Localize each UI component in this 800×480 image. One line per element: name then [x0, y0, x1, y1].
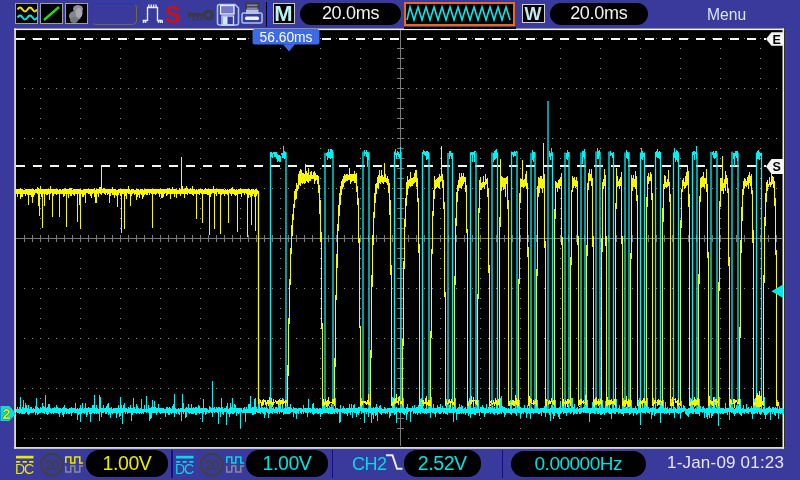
- svg-text:20: 20: [45, 456, 60, 472]
- svg-text:20: 20: [205, 456, 220, 472]
- svg-text:56.60ms: 56.60ms: [260, 30, 313, 45]
- svg-text:2: 2: [3, 406, 11, 422]
- svg-text:DC: DC: [16, 461, 34, 476]
- svg-text:S: S: [773, 160, 781, 174]
- svg-text:E: E: [773, 33, 781, 47]
- svg-text:DC: DC: [176, 461, 194, 476]
